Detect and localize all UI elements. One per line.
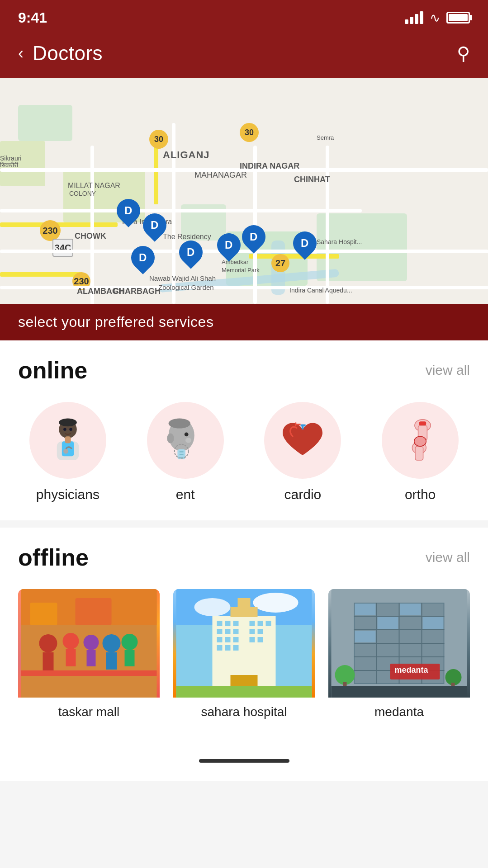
map-pin-6[interactable]: D bbox=[242, 225, 265, 253]
svg-rect-35 bbox=[125, 650, 135, 666]
online-services-grid: physicians bbox=[18, 402, 470, 502]
svg-rect-46 bbox=[233, 621, 239, 626]
svg-rect-54 bbox=[225, 645, 231, 651]
svg-point-42 bbox=[253, 593, 298, 613]
hospital-medanta-name: medanta bbox=[328, 698, 470, 723]
svg-point-12 bbox=[185, 438, 191, 443]
svg-point-1 bbox=[59, 419, 77, 427]
map-container[interactable]: 230 230 27 30 30 34C ALIGANJ MAHANAGAR C… bbox=[0, 78, 488, 304]
header-left: ‹ Doctors bbox=[18, 42, 103, 65]
map-pin-7[interactable]: D bbox=[293, 231, 317, 259]
offline-view-all[interactable]: view all bbox=[426, 550, 470, 565]
svg-point-10 bbox=[184, 432, 188, 436]
hospital-taskar[interactable]: taskar mall bbox=[18, 589, 160, 723]
svg-rect-78 bbox=[355, 604, 376, 615]
map-label-chowk: CHOWK bbox=[75, 231, 106, 241]
map-pin-4[interactable]: D bbox=[179, 241, 203, 269]
svg-rect-64 bbox=[238, 598, 251, 608]
svg-rect-61 bbox=[250, 637, 255, 642]
svg-point-32 bbox=[103, 634, 121, 652]
online-title: online bbox=[18, 357, 87, 384]
battery-icon bbox=[446, 12, 470, 24]
svg-rect-59 bbox=[250, 629, 255, 634]
ortho-icon-circle bbox=[382, 402, 459, 479]
service-physicians[interactable]: physicians bbox=[18, 402, 118, 502]
svg-rect-53 bbox=[217, 645, 223, 651]
wifi-icon: ∿ bbox=[430, 10, 440, 25]
online-section: online view all bbox=[0, 340, 488, 520]
hospital-taskar-name: taskar mall bbox=[18, 698, 160, 723]
svg-point-34 bbox=[122, 634, 138, 650]
physician-label: physicians bbox=[36, 487, 99, 502]
map-label-residency: The Residency bbox=[163, 233, 211, 241]
svg-rect-58 bbox=[266, 621, 271, 626]
svg-point-6 bbox=[69, 428, 72, 431]
map-pin-3[interactable]: D bbox=[131, 246, 155, 274]
offline-title: offline bbox=[18, 544, 89, 571]
svg-point-9 bbox=[168, 419, 190, 429]
svg-rect-44 bbox=[217, 621, 223, 626]
svg-point-26 bbox=[39, 634, 57, 652]
ent-icon-circle bbox=[147, 402, 224, 479]
map-label-indiranagar: INDIRA NAGAR bbox=[240, 161, 299, 171]
svg-point-41 bbox=[194, 598, 231, 616]
map-label-semra: Semra bbox=[317, 134, 334, 141]
svg-rect-52 bbox=[233, 637, 239, 642]
svg-rect-31 bbox=[87, 650, 96, 666]
svg-rect-33 bbox=[106, 652, 117, 670]
svg-rect-63 bbox=[231, 607, 258, 617]
svg-rect-82 bbox=[423, 617, 444, 629]
svg-rect-56 bbox=[250, 621, 255, 626]
svg-point-4 bbox=[63, 449, 68, 454]
map-pin-1[interactable]: D bbox=[117, 199, 140, 227]
svg-point-5 bbox=[63, 428, 66, 431]
map-label-memorial: Memorial Park bbox=[222, 267, 260, 274]
svg-rect-7 bbox=[65, 436, 71, 443]
service-ortho[interactable]: ortho bbox=[370, 402, 470, 502]
bottom-area bbox=[0, 741, 488, 781]
hospital-sahara[interactable]: sahara hospital bbox=[173, 589, 315, 723]
svg-rect-57 bbox=[258, 621, 263, 626]
map-label-sikrauri2: सिकरौरी bbox=[0, 161, 18, 169]
map-pin-2[interactable]: D bbox=[143, 213, 166, 241]
online-view-all[interactable]: view all bbox=[426, 363, 470, 378]
hospital-sahara-name: sahara hospital bbox=[173, 698, 315, 723]
map-label-colony: COLONY bbox=[69, 190, 96, 197]
hospital-sahara-image bbox=[173, 589, 315, 698]
map-background: 230 230 27 30 30 34C ALIGANJ MAHANAGAR C… bbox=[0, 78, 488, 304]
physician-icon-circle bbox=[29, 402, 106, 479]
map-pin-5[interactable]: D bbox=[217, 233, 241, 261]
service-ent[interactable]: ent bbox=[136, 402, 235, 502]
svg-point-30 bbox=[84, 635, 99, 650]
page-title: Doctors bbox=[33, 42, 103, 65]
svg-rect-3 bbox=[62, 441, 74, 456]
svg-rect-62 bbox=[258, 637, 263, 642]
hospitals-grid: taskar mall bbox=[18, 589, 470, 723]
cardio-icon-circle bbox=[264, 402, 341, 479]
svg-point-11 bbox=[167, 434, 174, 443]
svg-rect-38 bbox=[76, 598, 112, 625]
svg-rect-21 bbox=[415, 446, 423, 460]
svg-rect-60 bbox=[258, 629, 263, 634]
map-label-aliganj: ALIGANJ bbox=[163, 149, 210, 161]
search-icon[interactable]: ⚲ bbox=[457, 43, 470, 64]
svg-rect-55 bbox=[233, 645, 239, 651]
svg-rect-89 bbox=[332, 686, 467, 698]
status-time: 9:41 bbox=[18, 9, 47, 26]
map-label-mahanagar: MAHANAGAR bbox=[194, 170, 247, 180]
back-button[interactable]: ‹ bbox=[18, 44, 24, 63]
map-label-zoo2: Zoological Garden bbox=[158, 283, 214, 291]
service-cardio[interactable]: cardio bbox=[253, 402, 353, 502]
svg-rect-27 bbox=[43, 652, 54, 670]
service-banner: select your preffered services bbox=[0, 304, 488, 340]
offline-section-header: offline view all bbox=[18, 544, 470, 571]
signal-icon bbox=[405, 11, 423, 24]
svg-point-23 bbox=[414, 436, 426, 446]
online-section-header: online view all bbox=[18, 357, 470, 384]
svg-rect-22 bbox=[419, 421, 426, 425]
svg-rect-49 bbox=[233, 629, 239, 634]
svg-rect-37 bbox=[30, 603, 57, 625]
hospital-medanta[interactable]: medanta medanta bbox=[328, 589, 470, 723]
svg-rect-80 bbox=[400, 604, 421, 615]
svg-rect-48 bbox=[225, 629, 231, 634]
